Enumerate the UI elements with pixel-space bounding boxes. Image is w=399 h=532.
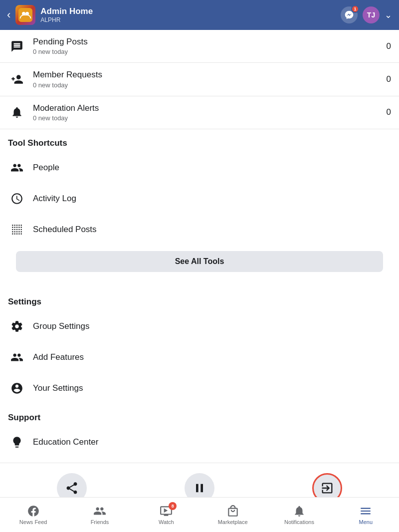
header-right: 1 TJ ⌄ (341, 6, 392, 23)
nav-news-feed[interactable]: News Feed (0, 502, 66, 528)
watch-badge: 8 (169, 502, 177, 510)
add-features-icon (8, 348, 26, 366)
pending-posts-subtitle: 0 new today (33, 48, 387, 55)
moderation-alerts-icon (8, 103, 26, 121)
people-item[interactable]: People (0, 152, 399, 183)
people-icon (8, 159, 26, 177)
people-label: People (33, 163, 59, 173)
nav-notifications[interactable]: Notifications (266, 502, 332, 528)
tool-shortcuts-heading: Tool Shortcuts (0, 129, 399, 152)
avatar[interactable]: TJ (363, 6, 380, 23)
messenger-badge: 1 (351, 5, 359, 13)
header-title: Admin Home (40, 6, 341, 16)
scheduled-posts-label: Scheduled Posts (33, 225, 97, 235)
nav-watch-label: Watch (159, 519, 174, 525)
settings-heading: Settings (0, 288, 399, 311)
your-settings-item[interactable]: Your Settings (0, 373, 399, 404)
nav-friends[interactable]: Friends (66, 502, 133, 528)
moderation-alerts-count: 0 (387, 107, 391, 117)
scheduled-posts-item[interactable]: Scheduled Posts (0, 214, 399, 245)
member-requests-text: Member Requests 0 new today (33, 70, 387, 88)
chevron-down-icon[interactable]: ⌄ (385, 9, 392, 20)
group-icon (15, 5, 35, 25)
group-settings-label: Group Settings (33, 321, 89, 331)
member-requests-subtitle: 0 new today (33, 81, 387, 89)
pending-posts-icon (8, 37, 26, 55)
education-center-item[interactable]: Education Center (0, 427, 399, 458)
moderation-alerts-item[interactable]: Moderation Alerts 0 new today 0 (0, 96, 399, 129)
pending-posts-text: Pending Posts 0 new today (33, 37, 387, 55)
back-button[interactable]: ‹ (7, 8, 10, 21)
see-all-tools-button[interactable]: See All Tools (16, 251, 383, 272)
nav-friends-label: Friends (91, 519, 109, 525)
activity-log-icon (8, 190, 26, 208)
moderation-alerts-subtitle: 0 new today (33, 114, 387, 122)
nav-watch[interactable]: 8 Watch (133, 502, 200, 528)
education-center-icon (8, 433, 26, 451)
add-features-label: Add Features (33, 352, 84, 362)
moderation-alerts-text: Moderation Alerts 0 new today (33, 103, 387, 122)
pending-posts-title: Pending Posts (33, 37, 387, 47)
app-header: ‹ Admin Home ALPHR 1 TJ ⌄ (0, 0, 399, 30)
nav-news-feed-label: News Feed (19, 519, 47, 525)
main-content: Pending Posts 0 new today 0 Member Reque… (0, 30, 399, 532)
nav-marketplace-label: Marketplace (218, 519, 248, 525)
activity-log-item[interactable]: Activity Log (0, 183, 399, 214)
member-requests-count: 0 (387, 74, 391, 84)
nav-menu-label: Menu (359, 519, 373, 525)
member-requests-item[interactable]: Member Requests 0 new today 0 (0, 63, 399, 96)
group-settings-icon (8, 317, 26, 335)
your-settings-icon (8, 379, 26, 397)
nav-notifications-label: Notifications (284, 519, 314, 525)
messenger-button[interactable]: 1 (341, 6, 358, 23)
support-heading: Support (0, 404, 399, 427)
your-settings-label: Your Settings (33, 383, 83, 393)
header-title-block: Admin Home ALPHR (40, 6, 341, 23)
member-requests-icon (8, 70, 26, 88)
member-requests-title: Member Requests (33, 70, 387, 80)
pending-posts-item[interactable]: Pending Posts 0 new today 0 (0, 30, 399, 63)
activity-log-label: Activity Log (33, 194, 76, 204)
education-center-label: Education Center (33, 437, 98, 447)
nav-marketplace[interactable]: Marketplace (200, 502, 266, 528)
group-settings-item[interactable]: Group Settings (0, 311, 399, 342)
scheduled-posts-icon (8, 221, 26, 239)
pending-posts-count: 0 (387, 41, 391, 51)
add-features-item[interactable]: Add Features (0, 342, 399, 373)
header-subtitle: ALPHR (40, 16, 341, 23)
moderation-alerts-title: Moderation Alerts (33, 103, 387, 113)
nav-menu[interactable]: Menu (333, 502, 399, 528)
bottom-nav: News Feed Friends 8 Watch Marketplace (0, 497, 399, 532)
